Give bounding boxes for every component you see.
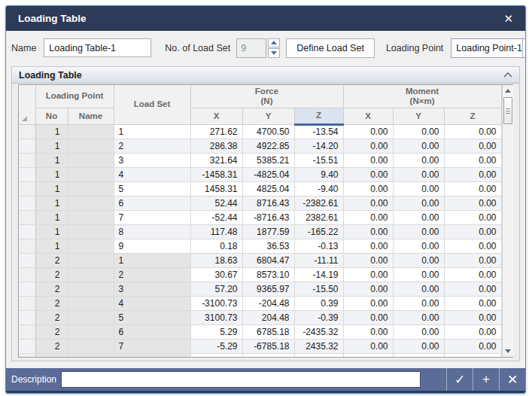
cell-load-set[interactable]: 7 (114, 339, 190, 353)
cell-moment-z[interactable]: 0.00 (444, 239, 501, 253)
cell-load-set[interactable]: 6 (114, 324, 190, 339)
cell-moment-z[interactable]: 0.00 (444, 124, 501, 139)
cancel-button[interactable]: ✕ (499, 368, 525, 391)
cell-no[interactable]: 1 (35, 239, 68, 253)
cell-moment-y[interactable]: 0.00 (393, 310, 444, 324)
cell-moment-y[interactable]: 0.00 (393, 282, 444, 296)
cell-load-set[interactable]: 7 (114, 210, 190, 224)
cell-moment-x[interactable]: 0.00 (343, 224, 393, 239)
load-set-count-value[interactable]: 9 (236, 38, 266, 58)
cell-no[interactable]: 1 (35, 224, 68, 239)
cell-no[interactable]: 2 (35, 324, 68, 339)
cell-moment-x[interactable]: 0.00 (343, 339, 393, 353)
cell-moment-y[interactable]: 0.00 (393, 224, 444, 239)
cell-load-set[interactable]: 6 (114, 196, 190, 210)
cell-moment-z[interactable]: 0.00 (444, 224, 501, 239)
cell-moment-z[interactable]: 0.00 (444, 310, 501, 324)
cell-force-y[interactable]: 1877.59 (242, 224, 294, 239)
cell-no[interactable]: 2 (35, 253, 68, 267)
cell-load-set[interactable]: 1 (114, 124, 190, 139)
cell-name[interactable] (68, 210, 114, 224)
loading-point-select[interactable]: Loading Point-1 (451, 38, 525, 58)
row-indicator[interactable] (19, 324, 35, 339)
row-indicator[interactable] (19, 224, 35, 239)
row-indicator[interactable] (19, 253, 35, 267)
cell-force-z[interactable]: -165.22 (294, 224, 343, 239)
chevron-up-icon[interactable] (503, 72, 512, 78)
cell-force-y[interactable]: 6785.18 (242, 324, 294, 339)
row-indicator[interactable] (19, 296, 35, 310)
cell-moment-z[interactable]: 0.00 (444, 181, 501, 196)
header-moment-z[interactable]: Z (444, 108, 501, 124)
scroll-thumb[interactable] (503, 97, 512, 124)
header-force-y[interactable]: Y (242, 108, 294, 124)
cell-force-y[interactable]: 4700.50 (242, 124, 294, 139)
cell-force-z[interactable]: -9.40 (294, 181, 343, 196)
cell-moment-y[interactable]: 0.00 (393, 153, 444, 167)
cell-force-x[interactable]: 5.29 (190, 324, 242, 339)
cell-force-x[interactable]: 117.48 (190, 224, 242, 239)
row-indicator[interactable] (19, 310, 35, 324)
cell-name[interactable] (68, 239, 114, 253)
row-indicator[interactable] (19, 282, 35, 296)
cell-moment-x[interactable]: 0.00 (343, 210, 393, 224)
cell-moment-z[interactable]: 0.00 (444, 210, 501, 224)
row-indicator[interactable] (19, 167, 35, 181)
cell-moment-z[interactable]: 0.00 (444, 196, 501, 210)
cell-no[interactable]: 1 (35, 210, 68, 224)
cell-name[interactable] (68, 310, 114, 324)
add-button[interactable]: + (473, 368, 499, 391)
cell-force-z[interactable]: -14.20 (294, 139, 343, 153)
header-force[interactable]: Force (N) (190, 85, 343, 108)
cell-moment-y[interactable]: 0.00 (393, 167, 444, 181)
header-load-set[interactable]: Load Set (114, 85, 190, 124)
row-indicator[interactable] (19, 267, 35, 282)
spinner-up-button[interactable] (268, 38, 280, 48)
cell-moment-y[interactable]: 0.00 (393, 196, 444, 210)
cell-load-set[interactable]: 8 (114, 224, 190, 239)
cell-name[interactable] (68, 267, 114, 282)
define-load-set-button[interactable]: Define Load Set (286, 38, 375, 58)
cell-name[interactable] (68, 282, 114, 296)
row-indicator[interactable] (19, 124, 35, 139)
cell-force-z[interactable]: -2435.32 (294, 324, 343, 339)
cell-force-z[interactable]: 2382.61 (294, 210, 343, 224)
cell-load-set[interactable]: 1 (114, 253, 190, 267)
cell-name[interactable] (68, 167, 114, 181)
cell-moment-x[interactable]: 0.00 (343, 181, 393, 196)
cell-force-x[interactable]: 18.63 (190, 253, 242, 267)
cell-name[interactable] (68, 181, 114, 196)
cell-moment-x[interactable]: 0.00 (343, 153, 393, 167)
row-indicator[interactable] (19, 210, 35, 224)
cell-force-y[interactable]: 4922.85 (242, 139, 294, 153)
header-force-x[interactable]: X (190, 108, 242, 124)
cell-force-x[interactable]: 57.20 (190, 282, 242, 296)
cell-load-set[interactable]: 2 (114, 267, 190, 282)
cell-load-set[interactable]: 9 (114, 239, 190, 253)
cell-load-set[interactable]: 4 (114, 296, 190, 310)
cell-load-set[interactable]: 3 (114, 282, 190, 296)
cell-moment-y[interactable]: 0.00 (393, 324, 444, 339)
row-indicator[interactable] (19, 339, 35, 353)
vertical-scrollbar[interactable] (502, 85, 514, 357)
cell-load-set[interactable]: 3 (114, 153, 190, 167)
cell-no[interactable]: 1 (35, 196, 68, 210)
cell-name[interactable] (68, 124, 114, 139)
cell-load-set[interactable]: 5 (114, 181, 190, 196)
cell-moment-y[interactable]: 0.00 (393, 239, 444, 253)
header-moment-x[interactable]: X (343, 108, 393, 124)
cell-name[interactable] (68, 253, 114, 267)
cell-no[interactable]: 1 (35, 181, 68, 196)
cell-force-x[interactable]: -3100.73 (190, 296, 242, 310)
cell-force-z[interactable]: -2382.61 (294, 196, 343, 210)
cell-force-y[interactable]: -8716.43 (242, 210, 294, 224)
cell-name[interactable] (68, 339, 114, 353)
cell-no[interactable]: 2 (35, 267, 68, 282)
cell-force-y[interactable]: -6785.18 (242, 339, 294, 353)
cell-no[interactable]: 1 (35, 153, 68, 167)
close-icon[interactable]: ✕ (503, 13, 513, 24)
cell-force-z[interactable]: 2435.32 (294, 339, 343, 353)
name-input[interactable] (44, 38, 151, 57)
header-name[interactable]: Name (68, 108, 114, 124)
cell-force-x[interactable]: 52.44 (190, 196, 242, 210)
